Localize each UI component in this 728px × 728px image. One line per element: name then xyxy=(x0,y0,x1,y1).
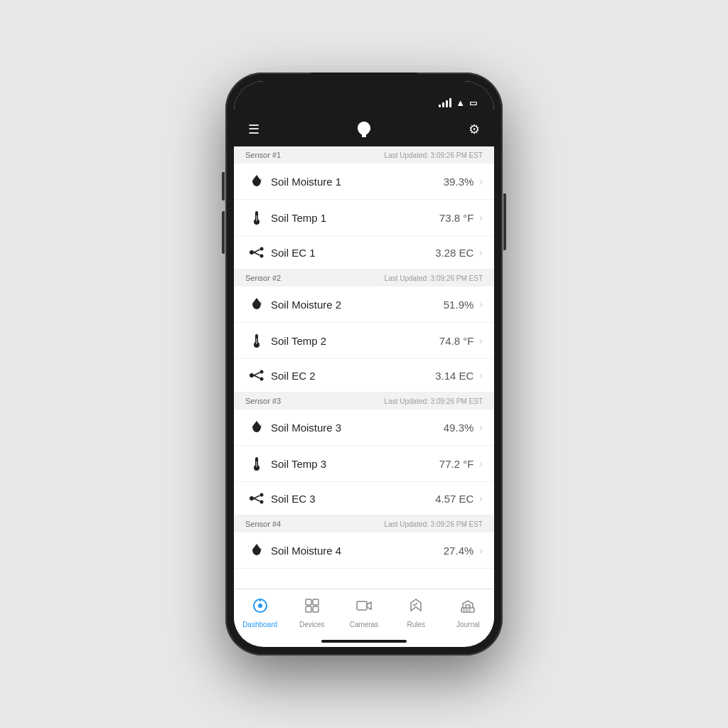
section-header-sensor1: Sensor #1 Last Updated: 3:09:26 PM EST xyxy=(234,146,494,164)
svg-point-13 xyxy=(260,378,264,381)
nav-icon-journal xyxy=(460,598,476,618)
item-value: 3.14 EC xyxy=(435,370,473,382)
menu-button[interactable]: ☰ xyxy=(248,122,259,137)
nav-icon-devices xyxy=(304,598,320,618)
side-button-mute xyxy=(222,172,225,200)
svg-line-7 xyxy=(254,252,260,255)
notch xyxy=(311,73,417,92)
item-value: 39.3% xyxy=(444,176,474,188)
nav-icon-cameras xyxy=(356,598,372,618)
item-label: Soil Moisture 3 xyxy=(271,422,444,434)
chevron-right-icon: › xyxy=(479,176,483,187)
section-title-sensor2: Sensor #2 xyxy=(245,274,281,282)
nav-label-cameras: Cameras xyxy=(350,621,379,628)
svg-point-19 xyxy=(250,496,254,500)
list-item-sensor3-1[interactable]: Soil Temp 3 77.2 °F › xyxy=(234,446,494,482)
chevron-right-icon: › xyxy=(479,212,483,223)
item-label: Soil EC 3 xyxy=(271,493,435,505)
svg-line-6 xyxy=(254,250,260,252)
item-value: 4.57 EC xyxy=(435,493,473,505)
item-label: Soil Moisture 2 xyxy=(271,299,444,311)
chevron-right-icon: › xyxy=(479,545,483,556)
svg-point-11 xyxy=(250,373,254,378)
svg-point-3 xyxy=(250,250,254,255)
item-value: 77.2 °F xyxy=(439,458,474,470)
svg-rect-31 xyxy=(357,601,367,610)
thermo-icon xyxy=(245,333,268,348)
svg-rect-18 xyxy=(256,461,257,467)
svg-line-14 xyxy=(254,373,260,375)
nav-item-journal[interactable]: Journal xyxy=(442,595,494,631)
section-header-sensor2: Sensor #2 Last Updated: 3:09:26 PM EST xyxy=(234,269,494,287)
list-item-sensor2-1[interactable]: Soil Temp 2 74.8 °F › xyxy=(234,323,494,359)
chevron-right-icon: › xyxy=(479,422,483,433)
svg-point-5 xyxy=(260,255,264,258)
moisture-icon xyxy=(245,296,268,312)
svg-rect-2 xyxy=(256,215,257,221)
section-updated-sensor4: Last Updated: 3:09:26 PM EST xyxy=(385,520,483,528)
nav-item-devices[interactable]: Devices xyxy=(286,595,338,631)
bottom-navigation: Dashboard Devices Cameras Rules Journal xyxy=(234,589,494,640)
thermo-icon xyxy=(245,456,268,471)
svg-line-22 xyxy=(254,496,260,498)
side-button-power xyxy=(503,193,506,250)
nav-icon-dashboard xyxy=(252,598,268,618)
list-item-sensor2-2[interactable]: Soil EC 2 3.14 EC › xyxy=(234,359,494,392)
svg-line-15 xyxy=(254,375,260,378)
item-value: 51.9% xyxy=(444,299,474,311)
svg-rect-33 xyxy=(463,609,465,611)
list-item-sensor3-0[interactable]: Soil Moisture 3 49.3% › xyxy=(234,410,494,446)
list-item-sensor1-1[interactable]: Soil Temp 1 73.8 °F › xyxy=(234,200,494,236)
section-header-sensor3: Sensor #3 Last Updated: 3:09:26 PM EST xyxy=(234,392,494,410)
section-title-sensor4: Sensor #4 xyxy=(245,520,281,528)
section-updated-sensor3: Last Updated: 3:09:26 PM EST xyxy=(385,397,483,405)
svg-rect-27 xyxy=(306,599,311,605)
nav-label-journal: Journal xyxy=(456,621,480,628)
svg-rect-34 xyxy=(466,609,468,611)
list-item-sensor1-2[interactable]: Soil EC 1 3.28 EC › xyxy=(234,236,494,269)
nav-item-rules[interactable]: Rules xyxy=(390,595,442,631)
ec-icon xyxy=(245,492,268,505)
svg-point-25 xyxy=(258,604,262,608)
ec-icon xyxy=(245,246,268,259)
chevron-right-icon: › xyxy=(479,247,483,258)
section-title-sensor3: Sensor #3 xyxy=(245,397,281,405)
svg-line-23 xyxy=(254,498,260,501)
moisture-icon xyxy=(245,542,268,558)
wifi-icon: ▲ xyxy=(456,97,465,108)
phone-frame: ▲ ▭ ☰ ⚙ Sensor #1 Last Updated: 3:09:26 … xyxy=(225,73,503,655)
chevron-right-icon: › xyxy=(479,458,483,469)
home-indicator xyxy=(321,640,407,643)
nav-label-rules: Rules xyxy=(407,621,425,628)
item-value: 74.8 °F xyxy=(439,335,474,347)
signal-icon xyxy=(439,98,451,107)
nav-label-devices: Devices xyxy=(299,621,325,628)
svg-rect-29 xyxy=(306,606,311,612)
item-label: Soil EC 2 xyxy=(271,370,435,382)
item-label: Soil Moisture 4 xyxy=(271,545,444,557)
item-label: Soil Temp 1 xyxy=(271,212,439,224)
battery-icon: ▭ xyxy=(469,98,477,108)
list-item-sensor1-0[interactable]: Soil Moisture 1 39.3% › xyxy=(234,164,494,200)
nav-item-cameras[interactable]: Cameras xyxy=(338,595,390,631)
phone-screen: ▲ ▭ ☰ ⚙ Sensor #1 Last Updated: 3:09:26 … xyxy=(234,81,494,647)
list-item-sensor3-2[interactable]: Soil EC 3 4.57 EC › xyxy=(234,482,494,515)
list-item-sensor4-0[interactable]: Soil Moisture 4 27.4% › xyxy=(234,532,494,569)
app-logo xyxy=(354,119,374,139)
section-updated-sensor2: Last Updated: 3:09:26 PM EST xyxy=(385,274,483,282)
thermo-icon xyxy=(245,210,268,225)
settings-button[interactable]: ⚙ xyxy=(469,122,480,137)
moisture-icon xyxy=(245,173,268,189)
svg-point-4 xyxy=(260,247,264,251)
section-title-sensor1: Sensor #1 xyxy=(245,151,281,159)
nav-icon-rules xyxy=(408,598,424,618)
chevron-right-icon: › xyxy=(479,299,483,310)
list-item-sensor2-0[interactable]: Soil Moisture 2 51.9% › xyxy=(234,287,494,323)
section-header-sensor4: Sensor #4 Last Updated: 3:09:26 PM EST xyxy=(234,515,494,532)
nav-item-dashboard[interactable]: Dashboard xyxy=(234,595,286,631)
status-icons: ▲ ▭ xyxy=(439,97,477,108)
item-value: 49.3% xyxy=(444,422,474,434)
item-value: 27.4% xyxy=(444,545,474,557)
app-header: ☰ ⚙ xyxy=(234,112,494,146)
item-label: Soil Temp 2 xyxy=(271,335,439,347)
